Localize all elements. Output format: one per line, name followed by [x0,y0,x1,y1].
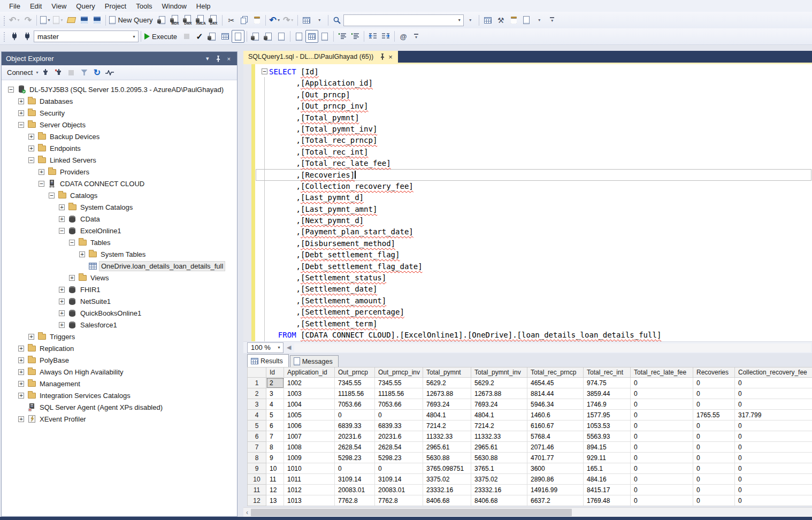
grid-cell[interactable]: 0 [735,399,812,410]
grid-cell[interactable]: 2071.46 [527,442,584,453]
row-number-cell[interactable]: 9 [248,463,266,474]
grid-cell[interactable]: 7214.2 [423,420,471,431]
results-to-file-button[interactable] [318,30,331,43]
grid-cell[interactable]: 2890.86 [527,474,584,485]
expand-icon[interactable]: + [18,393,24,399]
grid-cell[interactable]: 5298.23 [375,453,423,463]
grid-cell[interactable]: 0 [375,410,423,420]
menu-edit[interactable]: Edit [25,1,47,11]
new-database-engine-query-button[interactable] [156,14,168,27]
grid-cell[interactable]: 8406.68 [423,495,471,506]
grid-cell[interactable]: 0 [631,378,693,388]
grid-cell[interactable]: 0 [631,485,693,495]
expand-icon[interactable]: + [18,416,24,422]
grid-cell[interactable]: 1746.9 [584,399,631,410]
activity-monitor-button[interactable] [300,14,313,27]
grid-cell[interactable]: 0 [631,410,693,420]
row-number-cell[interactable]: 8 [248,453,266,463]
tree-item[interactable]: +FHIR1 [2,284,237,295]
expand-icon[interactable]: + [18,110,24,116]
execute-button[interactable]: Execute [143,30,180,43]
grid-cell[interactable]: 3600 [527,463,584,474]
grid-cell[interactable]: 7 [266,431,284,442]
column-header[interactable]: Application_id [284,368,335,378]
uncomment-selection-button[interactable] [349,30,362,43]
editor-hscrollbar[interactable] [294,343,811,352]
include-live-query-stats-button[interactable] [262,30,275,43]
chevron-down-icon[interactable]: ▾ [455,18,463,22]
grid-cell[interactable]: 8406.68 [471,495,527,506]
expand-icon[interactable]: + [59,310,65,316]
display-estimated-plan-button[interactable] [206,30,219,43]
expand-icon[interactable]: + [28,146,34,151]
grid-cell[interactable]: 1010 [284,463,335,474]
grid-cell[interactable]: 1013 [284,495,335,506]
menu-window[interactable]: Window [157,1,191,11]
grid-cell[interactable]: 3765.098751 [423,463,471,474]
grid-cell[interactable]: 20231.6 [335,431,375,442]
toolbar-options-button[interactable]: ▾ [313,14,326,27]
tree-item[interactable]: −CDATA CONNECT CLOUD [2,178,237,189]
column-header[interactable]: Out_prncp_inv [375,368,423,378]
chevron-down-icon[interactable]: ▾ [130,34,138,39]
tree-item[interactable]: +Integration Services Catalogs [2,389,237,401]
grid-cell[interactable]: 0 [631,431,693,442]
activity-monitor-icon[interactable] [103,66,116,79]
hscroll-left-icon[interactable]: ◀ [284,344,294,351]
grid-cell[interactable]: 4701.77 [527,453,584,463]
new-query-button[interactable]: New Query [108,14,156,27]
new-mdx-query-button[interactable]: MDX [168,14,181,27]
tree-item[interactable]: −Server Objects [2,119,237,131]
query-options-button[interactable] [219,30,232,43]
grid-cell[interactable]: 13 [266,495,284,506]
new-dax-query-button[interactable]: DAX [207,14,220,27]
results-grid[interactable]: IdApplication_idOut_prncpOut_prncp_invTo… [247,367,812,506]
grid-cell[interactable]: 2965.61 [423,442,471,453]
decrease-indent-button[interactable] [366,30,379,43]
grid-cell[interactable]: 10 [266,463,284,474]
grid-cell[interactable]: 5563.93 [584,431,631,442]
column-header[interactable]: Total_rec_int [584,368,631,378]
tree-item[interactable]: +XEvent Profiler [2,413,237,425]
grid-cell[interactable]: 0 [693,495,735,506]
window-position-icon[interactable]: ▾ [203,55,212,62]
paste-button[interactable] [250,14,263,27]
row-number-cell[interactable]: 7 [248,442,266,453]
intellisense-enabled-button[interactable] [232,30,244,43]
menu-file[interactable]: File [4,1,25,11]
undo-dropdown-icon[interactable]: ▾ [277,18,281,22]
column-header[interactable]: Id [266,368,284,378]
grid-cell[interactable]: 1009 [284,453,335,463]
menu-tools[interactable]: Tools [131,1,157,11]
grid-cell[interactable]: 0 [735,431,812,442]
grid-cell[interactable]: 2 [266,378,284,388]
window-options-button[interactable]: ▾ [533,14,546,27]
tree-item[interactable]: +Triggers [2,331,237,342]
grid-cell[interactable]: 4804.1 [423,410,471,420]
expand-icon[interactable]: + [59,204,65,210]
save-all-button[interactable] [90,14,103,27]
column-header[interactable]: Collection_recovery_fee [735,368,812,378]
tree-item[interactable]: +Views [2,272,237,284]
grid-cell[interactable]: 2628.54 [335,442,375,453]
new-project-dropdown-icon[interactable]: ▾ [59,18,64,22]
menu-project[interactable]: Project [100,1,131,11]
expand-icon[interactable]: + [69,275,75,281]
grid-cell[interactable]: 3109.14 [335,474,375,485]
tree-item[interactable]: +QuickBooksOnline1 [2,307,237,319]
grid-cell[interactable]: 6637.2 [527,495,584,506]
grid-cell[interactable]: 4804.1 [471,410,527,420]
grid-cell[interactable]: 0 [693,442,735,453]
filter-icon[interactable] [78,66,90,79]
results-to-grid-button[interactable] [305,30,318,43]
grid-cell[interactable]: 7762.8 [375,495,423,506]
tree-item[interactable]: +PolyBase [2,354,237,366]
grid-cell[interactable]: 12673.88 [423,388,471,399]
results-hscrollbar[interactable]: ‹ [243,507,812,517]
grid-cell[interactable]: 1765.55 [693,410,735,420]
grid-cell[interactable]: 0 [631,442,693,453]
grid-cell[interactable]: 7214.2 [471,420,527,431]
grid-cell[interactable]: 12 [266,485,284,495]
tree-item[interactable]: +Always On High Availability [2,366,237,378]
customize-wrench-button[interactable]: ⚒ [494,14,507,27]
